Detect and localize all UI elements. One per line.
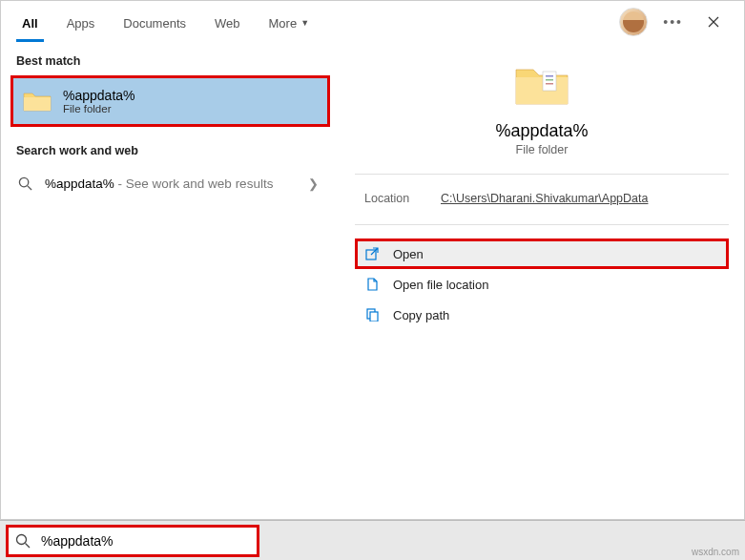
options-button[interactable]: ••• <box>659 10 687 33</box>
copy-icon <box>364 307 380 322</box>
svg-rect-4 <box>546 79 553 81</box>
preview-panel: %appdata% File folder Location C:\Users\… <box>340 43 744 519</box>
best-match-subtitle: File folder <box>63 103 135 114</box>
svg-line-10 <box>26 543 31 548</box>
preview-header: %appdata% File folder <box>355 62 729 174</box>
tab-more-label: More <box>269 16 298 31</box>
body: Best match %appdata% File folder Search … <box>1 43 744 519</box>
chevron-down-icon: ▼ <box>300 18 309 28</box>
action-copy-path[interactable]: Copy path <box>355 300 729 330</box>
tab-apps[interactable]: Apps <box>53 5 109 40</box>
action-open[interactable]: Open <box>355 239 729 269</box>
file-location-icon <box>364 277 380 292</box>
tab-web[interactable]: Web <box>201 5 254 40</box>
tab-documents[interactable]: Documents <box>110 5 199 40</box>
header: All Apps Documents Web More ▼ ••• <box>1 1 744 43</box>
svg-point-9 <box>17 534 27 544</box>
watermark: wsxdn.com <box>692 547 739 557</box>
actions-list: Open Open file location Copy path <box>355 239 729 330</box>
best-match-title: %appdata% <box>63 88 135 103</box>
taskbar-search-box[interactable] <box>6 525 259 557</box>
svg-rect-3 <box>546 75 553 77</box>
search-icon <box>14 532 31 550</box>
web-search-result[interactable]: %appdata% - See work and web results ❯ <box>5 165 336 201</box>
svg-line-1 <box>27 185 31 189</box>
divider <box>355 224 729 225</box>
location-row: Location C:\Users\Dharani.Shivakumar\App… <box>355 188 729 224</box>
tab-all[interactable]: All <box>9 5 52 40</box>
folder-large-icon <box>514 62 569 108</box>
web-header: Search work and web <box>5 140 336 165</box>
svg-point-0 <box>19 177 28 186</box>
best-match-result[interactable]: %appdata% File folder <box>10 75 330 127</box>
preview-subtitle: File folder <box>516 143 569 156</box>
svg-rect-8 <box>370 312 378 321</box>
best-match-header: Best match <box>5 51 336 75</box>
chevron-right-icon: ❯ <box>308 176 324 191</box>
divider <box>355 174 729 175</box>
open-icon <box>364 246 380 261</box>
tab-more[interactable]: More ▼ <box>256 5 323 40</box>
header-controls: ••• <box>619 7 736 37</box>
results-panel: Best match %appdata% File folder Search … <box>1 43 340 519</box>
svg-rect-2 <box>543 72 556 91</box>
close-icon <box>708 16 719 28</box>
best-match-text: %appdata% File folder <box>63 88 135 114</box>
web-result-text: %appdata% - See work and web results <box>45 176 297 191</box>
search-input[interactable] <box>39 533 251 549</box>
web-result-query: %appdata% <box>45 176 114 191</box>
action-copy-path-label: Copy path <box>393 308 449 322</box>
action-open-label: Open <box>393 247 424 261</box>
user-avatar[interactable] <box>619 8 648 36</box>
preview-title: %appdata% <box>495 121 588 141</box>
tabs-bar: All Apps Documents Web More ▼ <box>9 5 619 40</box>
action-open-location-label: Open file location <box>393 278 488 292</box>
web-result-suffix: - See work and web results <box>114 176 274 191</box>
action-open-location[interactable]: Open file location <box>355 269 729 300</box>
folder-icon <box>23 90 52 113</box>
svg-rect-5 <box>546 83 553 85</box>
location-value[interactable]: C:\Users\Dharani.Shivakumar\AppData <box>441 192 719 205</box>
location-label: Location <box>364 192 422 205</box>
search-icon <box>16 175 33 192</box>
taskbar <box>0 520 745 560</box>
close-button[interactable] <box>698 7 729 37</box>
search-window: All Apps Documents Web More ▼ ••• Best m… <box>0 0 745 520</box>
